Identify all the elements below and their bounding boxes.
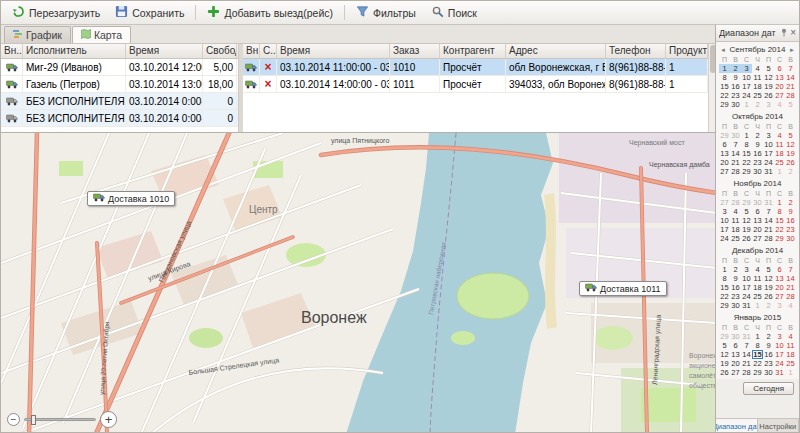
add-trip-button[interactable]: Добавить выезд(рейс) <box>200 3 340 22</box>
calendar-day[interactable]: 4 <box>785 301 796 310</box>
tab-date-range[interactable]: Диапазон дат <box>716 419 758 433</box>
calendar-day[interactable]: 7 <box>741 341 752 350</box>
pin-icon[interactable] <box>780 28 788 39</box>
calendar-day[interactable]: 19 <box>719 359 730 368</box>
calendar-day[interactable]: 11 <box>752 274 763 283</box>
close-icon[interactable]: × <box>790 28 796 38</box>
calendar-day[interactable]: 7 <box>785 265 796 274</box>
column-header[interactable]: Телефон <box>606 44 666 58</box>
column-header[interactable]: Время <box>126 44 203 58</box>
calendar-day[interactable]: 8 <box>774 207 785 216</box>
calendar-day[interactable]: 8 <box>741 140 752 149</box>
calendar-day[interactable]: 2 <box>785 167 796 176</box>
calendar-day[interactable]: 14 <box>741 350 752 359</box>
calendar-day[interactable]: 2 <box>785 198 796 207</box>
calendar-day[interactable]: 9 <box>730 274 741 283</box>
calendar-day[interactable]: 10 <box>719 216 730 225</box>
column-header[interactable]: Вн... <box>1 44 23 58</box>
calendar-day[interactable]: 17 <box>741 283 752 292</box>
calendar-day[interactable]: 30 <box>763 368 774 377</box>
calendar-day[interactable]: 28 <box>741 368 752 377</box>
calendar-day[interactable]: 21 <box>741 359 752 368</box>
zoom-slider-thumb[interactable] <box>31 415 36 425</box>
calendar-day[interactable]: 5 <box>719 341 730 350</box>
tab-map[interactable]: Карта <box>72 26 131 43</box>
calendar-day[interactable]: 4 <box>752 265 763 274</box>
calendar-day[interactable]: 12 <box>719 350 730 359</box>
calendar-day[interactable]: 3 <box>719 207 730 216</box>
delivery-marker-1010[interactable]: Доставка 1010 <box>87 191 175 206</box>
column-header[interactable]: Заказ <box>390 44 440 58</box>
calendar-day[interactable]: 1 <box>774 198 785 207</box>
zoom-out-button[interactable]: − <box>7 413 20 426</box>
delivery-marker-1011[interactable]: Доставка 1011 <box>579 281 667 296</box>
calendar-day[interactable]: 30 <box>785 234 796 243</box>
calendar-day[interactable]: 22 <box>741 158 752 167</box>
calendar-day[interactable]: 18 <box>752 82 763 91</box>
executor-row[interactable]: Миг-29 (Иванов)03.10.2014 12:00-...5,00 <box>1 59 238 76</box>
calendar-day[interactable]: 26 <box>741 234 752 243</box>
search-button[interactable]: Поиск <box>424 3 484 22</box>
calendar-day[interactable]: 23 <box>730 292 741 301</box>
calendar-day[interactable]: 28 <box>785 292 796 301</box>
calendar-day[interactable]: 31 <box>763 198 774 207</box>
calendar-day[interactable]: 17 <box>719 225 730 234</box>
month-title[interactable]: Январь 2015 <box>727 313 788 322</box>
calendar-day[interactable]: 23 <box>730 91 741 100</box>
calendar-day[interactable]: 29 <box>719 332 730 341</box>
calendar-day[interactable]: 27 <box>719 198 730 207</box>
calendar-day[interactable]: 24 <box>719 234 730 243</box>
month-title[interactable]: Ноябрь 2014 <box>727 179 788 188</box>
month-title[interactable]: Декабрь 2014 <box>727 246 788 255</box>
calendar-day[interactable]: 6 <box>752 207 763 216</box>
calendar-day[interactable]: 1 <box>719 64 730 73</box>
calendar-day[interactable]: 21 <box>785 82 796 91</box>
calendar-day[interactable]: 7 <box>785 64 796 73</box>
calendar-day[interactable]: 15 <box>741 149 752 158</box>
zoom-slider[interactable] <box>24 418 96 421</box>
calendar-day[interactable]: 30 <box>730 131 741 140</box>
calendar-day[interactable]: 12 <box>763 274 774 283</box>
calendar-day[interactable]: 18 <box>752 283 763 292</box>
calendar-day[interactable]: 2 <box>763 332 774 341</box>
calendar-day[interactable]: 2 <box>763 301 774 310</box>
calendar-day[interactable]: 24 <box>741 91 752 100</box>
calendar-day[interactable]: 17 <box>763 149 774 158</box>
calendar-day[interactable]: 12 <box>785 140 796 149</box>
calendar-day[interactable]: 4 <box>774 131 785 140</box>
calendar-day[interactable]: 27 <box>774 91 785 100</box>
calendar-day[interactable]: 20 <box>752 225 763 234</box>
calendar-day[interactable]: 15 <box>752 350 763 359</box>
calendar-day[interactable]: 15 <box>774 216 785 225</box>
calendar-day[interactable]: 16 <box>730 82 741 91</box>
calendar-day[interactable]: 19 <box>785 149 796 158</box>
column-header[interactable]: Адрес <box>506 44 606 58</box>
calendar-day[interactable]: 5 <box>785 100 796 109</box>
calendar-day[interactable]: 25 <box>774 158 785 167</box>
calendar-day[interactable]: 6 <box>774 265 785 274</box>
calendar-day[interactable]: 20 <box>730 359 741 368</box>
calendar-day[interactable]: 31 <box>741 332 752 341</box>
calendar-day[interactable]: 9 <box>763 341 774 350</box>
calendar-day[interactable]: 16 <box>763 350 774 359</box>
calendar-day[interactable]: 4 <box>785 332 796 341</box>
calendar-day[interactable]: 27 <box>752 234 763 243</box>
calendar-day[interactable]: 1 <box>752 332 763 341</box>
calendar-day[interactable]: 20 <box>774 82 785 91</box>
calendar-day[interactable]: 21 <box>730 158 741 167</box>
calendar-day[interactable]: 30 <box>730 100 741 109</box>
calendar-day[interactable]: 1 <box>741 131 752 140</box>
calendar-day[interactable]: 22 <box>752 359 763 368</box>
column-header[interactable]: Исполнитель <box>23 44 126 58</box>
filters-button[interactable]: Фильтры <box>349 3 423 22</box>
calendar-day[interactable]: 1 <box>774 167 785 176</box>
map-area[interactable]: Воронеж Центр улица Пятницкого Чернавски… <box>1 133 717 433</box>
calendar-day[interactable]: 3 <box>774 301 785 310</box>
calendar-day[interactable]: 10 <box>741 274 752 283</box>
calendar-day[interactable]: 27 <box>774 292 785 301</box>
calendar-day[interactable]: 9 <box>752 140 763 149</box>
calendar-day[interactable]: 18 <box>785 350 796 359</box>
column-header[interactable]: С... <box>260 44 277 58</box>
calendar-day[interactable]: 23 <box>752 158 763 167</box>
calendar-day[interactable]: 3 <box>763 100 774 109</box>
